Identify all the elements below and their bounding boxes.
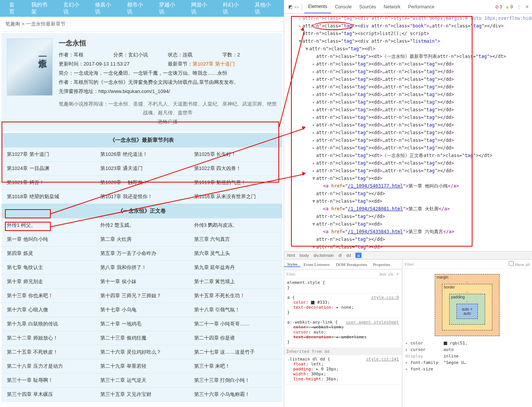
dom-node[interactable]: <a href="/1_1094/5428081.html">第二章 火灶房</…	[284, 205, 532, 213]
chapter-link[interactable]: 第1024章 一目晶渊	[2, 162, 95, 176]
devtools-tab[interactable]: Elements	[304, 0, 331, 13]
styles-tab[interactable]: DOM Breakpoints	[333, 262, 370, 267]
dom-node[interactable]: ▸attr-n">class="tag"><dd>…attr-n">class=…	[284, 114, 532, 121]
nav-item[interactable]: 其他小说	[249, 2, 281, 15]
nav-item[interactable]: 科幻小说	[217, 2, 249, 15]
nav-item[interactable]: 玄幻小说	[57, 2, 89, 15]
chapter-link[interactable]: 第三十六章 小乌龟称霸！	[189, 388, 282, 402]
computed-prop[interactable]: displayinline	[405, 353, 529, 359]
chapter-link[interactable]: 第三十四章 草木碾压	[2, 388, 95, 402]
dom-node[interactable]: ▸attr-n">class="tag"><dd>…attr-n">class=…	[284, 60, 532, 68]
hov-cls[interactable]: :hov .cls	[379, 272, 393, 276]
dom-node[interactable]: <a href="/1_1094/5403177.html">第一章 他叫白小纯…	[284, 182, 532, 190]
devtools-tab[interactable]: Sources	[355, 0, 380, 13]
nav-item[interactable]: 我的书架	[25, 2, 57, 15]
chapter-link[interactable]: 第三十二章 运气逆天	[95, 373, 188, 388]
crumb[interactable]: dd	[346, 253, 351, 258]
chapter-link[interactable]: 第二十七章 这……这是竹子	[189, 345, 282, 359]
dom-node[interactable]: ▼attr-n">class="tag"><dl>	[284, 45, 532, 53]
showall-checkbox[interactable]	[509, 261, 514, 266]
dom-node[interactable]: ▸attr-n">class="tag"><dd>…attr-n">class=…	[284, 129, 532, 136]
chapter-link[interactable]: 第1022章 四大凶兽！	[189, 162, 282, 176]
devtools-tab[interactable]: Network	[380, 0, 404, 13]
computed-prop[interactable]: font-family"Segoe U…	[405, 359, 529, 366]
computed-prop[interactable]: color rgb(51,	[405, 340, 529, 346]
computed-prop[interactable]: cursorauto	[405, 346, 529, 353]
crumb[interactable]: dl	[338, 253, 342, 258]
chapter-link[interactable]: 第1021章 鳄首！	[2, 176, 95, 190]
chapter-link[interactable]: 第1026章 绝伦道法！	[95, 147, 188, 162]
nav-item[interactable]: 网游小说	[185, 2, 217, 15]
latest-chapter-link[interactable]: 第1027章 第十道门	[193, 61, 235, 67]
dom-node[interactable]: ▸attr-n">class="tag"><dd>…attr-n">class=…	[284, 159, 532, 167]
chapter-link[interactable]: 第十三章 你也来吧！	[2, 289, 95, 303]
devtools-tab[interactable]: Performance	[404, 0, 438, 13]
dom-node[interactable]: attr-n">class="tag"><dt>《一念永恒》正文卷attr-n"…	[284, 152, 532, 159]
style-rule[interactable]: user agent stylesheeta:-webkit-any-link …	[284, 318, 402, 348]
chapter-link[interactable]: 第1017章 我还是恨你！	[95, 190, 188, 204]
styles-tab[interactable]: Properties	[370, 262, 393, 267]
dom-node[interactable]: ▸attr-n">class="tag"><div attr-n">style=…	[284, 14, 532, 22]
styles-filter[interactable]: Filter :hov .cls ＋	[284, 269, 402, 279]
chapter-link[interactable]: 第十一章 侯小妹	[95, 275, 188, 289]
chapter-link[interactable]: 第1016章 从来没有世界之门	[189, 190, 282, 204]
chapter-link[interactable]: 第1020章 一触即发！	[95, 176, 188, 190]
style-rule[interactable]: style.css:141.listmain dl dd {float: lef…	[284, 355, 402, 385]
dom-node[interactable]: attr-n">class="tag"></dd>	[284, 213, 532, 220]
dom-node[interactable]: ▸attr-n">class="tag"><dd>…attr-n">class=…	[284, 136, 532, 144]
nav-item[interactable]: 穿越小说	[153, 2, 185, 15]
style-rule[interactable]: element.style {}	[284, 279, 402, 293]
chapter-link[interactable]: 第二十九章 举重若轻	[95, 359, 188, 373]
dom-node[interactable]: attr-n">class="tag"></dd>	[284, 236, 532, 243]
dom-node[interactable]: attr-n">class="tag"></dd>	[284, 190, 532, 197]
chapter-link[interactable]: 第八章 我和你拼了！	[95, 261, 188, 275]
chapter-link[interactable]: 第二十一章 小纯哥哥……	[189, 317, 282, 331]
inspect-icon[interactable]: ◩	[287, 4, 293, 10]
dom-node[interactable]: ▸attr-n">class="tag"><dd>…attr-n">class=…	[284, 106, 532, 114]
chapter-link[interactable]: 外传2 楚玉嫣。	[95, 218, 188, 232]
dom-node[interactable]: ▼attr-n">class="tag"><div attr-n">class=…	[284, 37, 532, 45]
device-icon[interactable]: ▭	[293, 4, 299, 10]
dom-node[interactable]: attr-n">class="tag"><script>list2();</ s…	[284, 30, 532, 37]
dom-node[interactable]: ▸attr-n">class="tag"><dd>…attr-n">class=…	[284, 144, 532, 152]
computed-prop[interactable]: font-size	[405, 366, 529, 372]
chapter-link[interactable]: 第十八章 引领气氛！	[189, 303, 282, 317]
dom-breadcrumb[interactable]: htmlbodydiv.listmaindldda	[284, 251, 532, 260]
dom-node[interactable]: ▼attr-n">class="tag"><dd>	[284, 220, 532, 228]
crumb[interactable]: div.listmain	[313, 253, 334, 258]
styles-tabs[interactable]: StylesEvent ListenersDOM BreakpointsProp…	[284, 260, 402, 269]
chapter-link[interactable]: 第十九章 白鼠狼的传说	[2, 317, 95, 331]
dom-tree[interactable]: ▸attr-n">class="tag"><div attr-n">style=…	[284, 14, 532, 251]
chapter-link[interactable]: 第十二章 篱笆墙上	[189, 275, 282, 289]
nav-item[interactable]: 都市小说	[121, 2, 153, 15]
chapter-link[interactable]: 第十六章 心细入微	[2, 303, 95, 317]
style-rule[interactable]: style.css:9a {color: #333;text-decoratio…	[284, 293, 402, 318]
crumb[interactable]: a	[355, 253, 362, 258]
chapter-link[interactable]: 第1023章 通天道门	[95, 162, 188, 176]
chapter-link[interactable]: 第二十六章 灵位鸡好吃么？	[95, 345, 188, 359]
chapter-link[interactable]: 第三十三章 打倒白小纯！	[189, 373, 282, 388]
chapter-link[interactable]: 第十七章 小乌龟	[95, 303, 188, 317]
chapter-link[interactable]: 第1018章 绝望的魁皇城	[2, 190, 95, 204]
chapter-link[interactable]: 第二十三章 偷鸡狂魔	[95, 331, 188, 345]
dom-node[interactable]: <a href="/1_1094/5433843.html">第三章 六句真言<…	[284, 228, 532, 236]
chapter-link[interactable]: 第二十二章 师姐放心！	[2, 331, 95, 345]
chapter-link[interactable]: 第九章 延年益寿丹	[189, 261, 282, 275]
chapter-link[interactable]: 第十四章 三师兄？三师姐？	[95, 289, 188, 303]
devtools-warnings[interactable]: ⊘3 ▲9 ⋮ ✕	[495, 4, 529, 10]
chapter-link[interactable]: 第六章 灵气上头	[189, 247, 282, 261]
dom-node[interactable]: ▸attr-n">class="tag"><dd>…attr-n">class=…	[284, 83, 532, 91]
crumb[interactable]: html	[287, 253, 295, 258]
nav-item[interactable]: 首页	[3, 2, 25, 15]
chapter-link[interactable]: 第二十五章 不死铁皮！	[2, 345, 95, 359]
styles-tab[interactable]: Event Listeners	[301, 262, 333, 267]
dom-node[interactable]: ▼attr-n">class="tag"><dd>	[284, 243, 532, 251]
dom-node[interactable]: ▼attr-n">class="tag"><dd>	[284, 197, 532, 205]
dom-node[interactable]: ▸attr-n">class="tag"><dd>…attr-n">class=…	[284, 75, 532, 83]
chapter-link[interactable]: 第三十章 来吧！	[189, 359, 282, 373]
chapter-link[interactable]: 第十五章 不死长生功！	[189, 289, 282, 303]
chapter-link[interactable]: 第四章 炼灵	[2, 247, 95, 261]
chapter-link[interactable]: 第二十四章 你是谁	[189, 331, 282, 345]
styles-tab[interactable]: Styles	[284, 262, 301, 267]
chapter-link[interactable]: 外传3 鹦鹉与皮冻。	[189, 218, 282, 232]
